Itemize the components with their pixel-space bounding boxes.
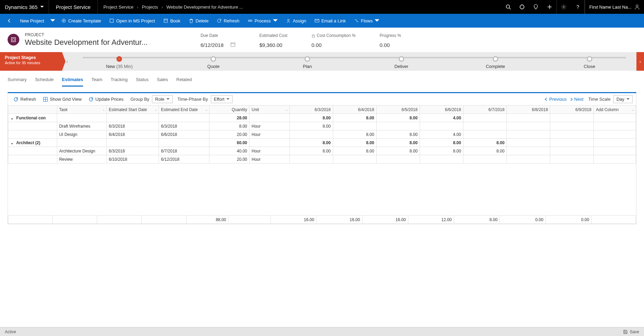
time-phase-picker[interactable]: Effort bbox=[211, 95, 233, 103]
grid-icon bbox=[43, 97, 48, 102]
person-icon bbox=[634, 4, 640, 10]
user-menu[interactable]: First Name Last Na... bbox=[585, 0, 644, 14]
tab-sales[interactable]: Sales bbox=[157, 77, 168, 87]
page-title: Website Development for Adventur... bbox=[25, 38, 148, 47]
chevron-down-icon bbox=[226, 98, 229, 101]
svg-point-19 bbox=[287, 19, 289, 21]
book-button[interactable]: Book bbox=[159, 14, 185, 28]
estimates-grid: Refresh Show Grid View Update Prices Gro… bbox=[8, 92, 636, 224]
svg-rect-18 bbox=[251, 20, 252, 21]
book-icon bbox=[163, 18, 168, 23]
new-project-dropdown[interactable] bbox=[48, 14, 57, 28]
tab-tracking[interactable]: Tracking bbox=[111, 77, 127, 87]
grid-refresh-button[interactable]: Refresh bbox=[11, 95, 38, 103]
table-group-row[interactable]: ⌄ Architect (2)60.008.008.008.008.008.00 bbox=[8, 139, 636, 147]
table-row[interactable]: Architecture Design6/3/20186/7/201840.00… bbox=[8, 147, 636, 155]
delete-button[interactable]: Delete bbox=[185, 14, 213, 28]
next-button[interactable]: Next bbox=[570, 97, 584, 102]
entity-label: PROJECT bbox=[25, 32, 148, 37]
stage-complete[interactable]: Complete bbox=[448, 54, 542, 69]
plus-icon[interactable] bbox=[543, 0, 556, 14]
msproject-icon bbox=[109, 18, 114, 23]
time-phase-label: Time-Phase By bbox=[177, 97, 208, 102]
svg-text:?: ? bbox=[576, 4, 579, 10]
form-tabs: SummaryScheduleEstimatesTeamTrackingStat… bbox=[0, 71, 644, 87]
refresh-icon bbox=[13, 97, 18, 102]
breadcrumb-item[interactable]: Projects bbox=[142, 4, 158, 10]
refresh-icon bbox=[89, 97, 93, 102]
svg-rect-22 bbox=[12, 39, 14, 41]
process-button[interactable]: Process bbox=[244, 14, 282, 28]
time-scale-picker[interactable]: Day bbox=[613, 95, 633, 103]
calendar-icon[interactable] bbox=[231, 42, 235, 48]
lightbulb-icon[interactable] bbox=[529, 0, 543, 14]
tab-estimates[interactable]: Estimates bbox=[62, 77, 83, 87]
brand-menu[interactable]: Dynamics 365 bbox=[0, 0, 49, 14]
back-button[interactable] bbox=[3, 14, 16, 28]
cost-consumption-value: 0.00 bbox=[311, 42, 356, 48]
flows-button[interactable]: Flows bbox=[350, 14, 384, 28]
estimates-table: Task⌄Estimated Start Date⌄Estimated End … bbox=[8, 105, 636, 164]
process-icon bbox=[248, 18, 253, 23]
due-date-value[interactable]: 6/12/2018 bbox=[201, 42, 224, 48]
help-icon[interactable]: ? bbox=[571, 0, 584, 14]
table-row[interactable]: Review6/10/20186/12/201820.00Hour bbox=[8, 155, 636, 164]
create-template-button[interactable]: Create Template bbox=[57, 14, 105, 28]
refresh-icon bbox=[217, 18, 222, 23]
svg-rect-15 bbox=[164, 19, 167, 22]
stage-new[interactable]: New (35 Min) bbox=[72, 54, 166, 69]
breadcrumb-item[interactable]: Project Service bbox=[103, 4, 133, 10]
top-nav-bar: Dynamics 365 Project Service Project Ser… bbox=[0, 0, 644, 14]
stage-badge[interactable]: Project Stages Active for 35 minutes bbox=[0, 52, 62, 71]
table-footer-row: 88.0016.0016.0016.0012.008.000.000.00 bbox=[8, 216, 636, 224]
entity-icon bbox=[8, 34, 19, 46]
stage-deliver[interactable]: Deliver bbox=[354, 54, 448, 69]
new-project-button[interactable]: New Project bbox=[16, 14, 48, 28]
stage-plan[interactable]: Plan bbox=[260, 54, 355, 69]
svg-rect-21 bbox=[11, 38, 16, 42]
previous-button[interactable]: Previous bbox=[544, 97, 567, 102]
svg-line-1 bbox=[509, 8, 511, 9]
chevron-down-icon bbox=[40, 5, 44, 9]
grid-toolbar: Refresh Show Grid View Update Prices Gro… bbox=[8, 93, 636, 105]
show-grid-view-button[interactable]: Show Grid View bbox=[41, 95, 84, 103]
time-scale-label: Time Scale bbox=[588, 97, 611, 102]
stage-close[interactable]: Close bbox=[542, 54, 636, 69]
breadcrumb: Project Service › Projects › Website Dev… bbox=[98, 4, 248, 10]
chevron-down-icon bbox=[166, 98, 170, 101]
chevron-down-icon bbox=[273, 18, 278, 23]
svg-rect-17 bbox=[248, 20, 250, 21]
chevron-down-icon bbox=[626, 98, 630, 101]
brand-label: Dynamics 365 bbox=[5, 4, 38, 10]
open-ms-project-button[interactable]: Open in MS Project bbox=[105, 14, 159, 28]
stage-next-arrow[interactable]: › bbox=[636, 52, 644, 71]
flow-icon bbox=[354, 18, 359, 23]
tab-summary[interactable]: Summary bbox=[8, 77, 27, 87]
svg-rect-23 bbox=[231, 43, 235, 47]
tab-team[interactable]: Team bbox=[91, 77, 102, 87]
gear-icon[interactable] bbox=[557, 0, 571, 14]
svg-rect-14 bbox=[110, 19, 113, 22]
command-bar: New Project Create Template Open in MS P… bbox=[0, 14, 644, 28]
template-icon bbox=[61, 18, 66, 23]
refresh-button[interactable]: Refresh bbox=[213, 14, 244, 28]
tab-schedule[interactable]: Schedule bbox=[35, 77, 54, 87]
group-by-picker[interactable]: Role bbox=[152, 95, 173, 103]
update-prices-button[interactable]: Update Prices bbox=[86, 95, 126, 103]
table-row[interactable]: Draft Wireframes6/3/20186/3/20188.00Hour… bbox=[8, 122, 636, 130]
table-row[interactable]: UI Design6/4/20186/6/201820.00Hour8.008.… bbox=[8, 130, 636, 139]
top-icon-group: ? bbox=[501, 0, 585, 14]
tab-status[interactable]: Status bbox=[136, 77, 149, 87]
target-icon[interactable] bbox=[515, 0, 529, 14]
person-icon bbox=[286, 18, 291, 23]
svg-point-12 bbox=[636, 5, 638, 7]
email-link-button[interactable]: Email a Link bbox=[310, 14, 350, 28]
stage-quote[interactable]: Quote bbox=[166, 54, 260, 69]
table-group-row[interactable]: ⌄ Functional con28.008.008.008.004.00 bbox=[8, 114, 636, 122]
assign-button[interactable]: Assign bbox=[282, 14, 310, 28]
app-name[interactable]: Project Service bbox=[49, 0, 98, 14]
search-icon[interactable] bbox=[501, 0, 515, 14]
estimates-footer: 88.0016.0016.0016.0012.008.000.000.00 bbox=[8, 215, 636, 224]
tab-related[interactable]: Related bbox=[176, 77, 192, 87]
breadcrumb-item[interactable]: Website Development for Adventure ... bbox=[166, 4, 243, 10]
